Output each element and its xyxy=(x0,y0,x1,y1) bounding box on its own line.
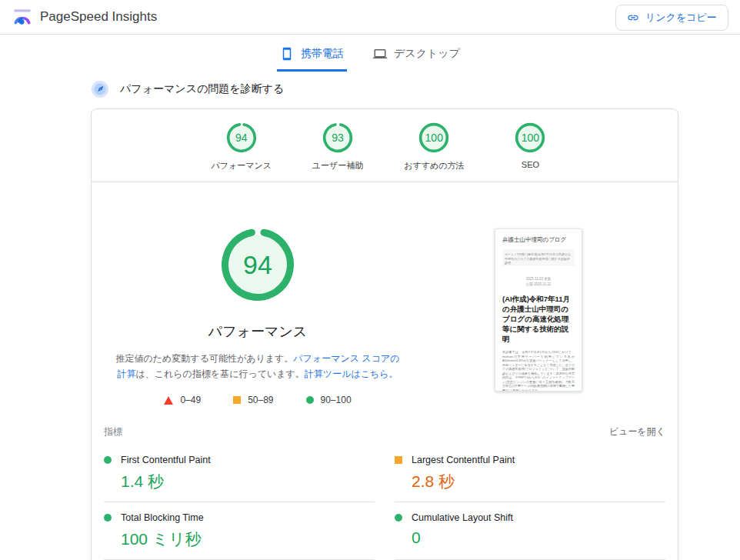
metrics-title: 指標 xyxy=(104,425,122,438)
thumb-breadcrumb: ホーム / 7日間 / (AI作成)令和7年11月の弁護士山中理司のブログの高速… xyxy=(502,249,575,266)
header-actions: リンクをコピー ドキュメント xyxy=(615,5,740,31)
score-value: 93 xyxy=(322,122,353,153)
device-tabs: 携帯電話 デスクトップ xyxy=(0,35,740,72)
score-value: 100 xyxy=(418,122,449,153)
metric-cumulative-layout-shift[interactable]: Cumulative Layout Shift 0 xyxy=(395,502,665,560)
metric-value: 2.8 秒 xyxy=(412,471,665,492)
category-score-accessibility[interactable]: 93 ユーザー補助 xyxy=(310,122,365,172)
metric-name: Total Blocking Time xyxy=(121,512,204,523)
page-screenshot-panel: 弁護士山中理司のブログ ホーム / 7日間 / (AI作成)令和7年11月の弁護… xyxy=(412,182,665,405)
performance-overview: 94 パフォーマンス 推定値のため変動する可能性があります。パフォーマンス スコ… xyxy=(92,182,678,405)
disclaimer-text: 推定値のため変動する可能性があります。 xyxy=(116,353,294,364)
diagnose-section-header: パフォーマンスの問題を診断する xyxy=(91,79,740,99)
metric-largest-contentful-paint[interactable]: Largest Contentful Paint 2.8 秒 xyxy=(395,445,665,502)
performance-gauge: 94 xyxy=(220,227,295,302)
legend-pass: 90–100 xyxy=(306,395,352,405)
score-label: おすすめの方法 xyxy=(404,160,464,172)
metric-name: Cumulative Layout Shift xyxy=(412,512,513,523)
score-label: SEO xyxy=(522,160,539,169)
score-value: 94 xyxy=(226,122,257,153)
performance-gauge-label: パフォーマンス xyxy=(208,322,308,341)
tab-mobile[interactable]: 携帯電話 xyxy=(277,41,347,72)
score-label: パフォーマンス xyxy=(212,160,272,172)
tab-desktop-label: デスクトップ xyxy=(394,47,460,61)
metric-status-icon xyxy=(104,514,112,522)
metric-status-icon xyxy=(104,456,112,464)
category-score-best-practices[interactable]: 100 おすすめの方法 xyxy=(404,122,464,172)
score-value: 100 xyxy=(515,122,545,153)
pagespeed-logo-icon xyxy=(12,7,32,27)
page-title: PageSpeed Insights xyxy=(40,9,157,25)
metric-name: First Contentful Paint xyxy=(121,455,211,465)
metrics-grid: First Contentful Paint 1.4 秒 Largest Con… xyxy=(92,445,678,560)
category-score-performance[interactable]: 94 パフォーマンス xyxy=(212,122,272,172)
thumb-body-text: 本記事では、令和7年11月1日から23日にかけて、mixhostの専用サーバーを… xyxy=(502,350,575,392)
thumb-dates: 2025.11.23 更新 公開 2025.11.22 xyxy=(502,276,575,287)
metric-name: Largest Contentful Paint xyxy=(412,455,515,465)
legend-fail: 0–49 xyxy=(164,395,201,405)
thumb-post-title: (AI作成)令和7年11月の弁護士山中理司のブログの高速化処理等に関する技術的説… xyxy=(502,294,575,344)
app-header: PageSpeed Insights リンクをコピー ドキュメント xyxy=(0,0,740,35)
link-icon xyxy=(627,12,639,24)
legend-range: 0–49 xyxy=(180,395,201,405)
legend-range: 50–89 xyxy=(248,395,273,405)
score-disclaimer: 推定値のため変動する可能性があります。パフォーマンス スコアの計算は、これらの指… xyxy=(115,351,401,382)
fail-triangle-icon xyxy=(164,396,173,405)
category-score-seo[interactable]: 100 SEO xyxy=(502,122,558,172)
calculator-link[interactable]: 計算ツールはこちら。 xyxy=(305,368,398,379)
thumb-site-title: 弁護士山中理司のブログ xyxy=(502,236,575,249)
average-square-icon xyxy=(233,396,241,404)
expand-view-button[interactable]: ビューを開く xyxy=(609,425,665,438)
metric-first-contentful-paint[interactable]: First Contentful Paint 1.4 秒 xyxy=(104,445,375,502)
tab-mobile-label: 携帯電話 xyxy=(301,47,344,61)
metric-value: 0 xyxy=(412,528,665,547)
legend-range: 90–100 xyxy=(321,395,352,405)
performance-gauge-panel: 94 パフォーマンス 推定値のため変動する可能性があります。パフォーマンス スコ… xyxy=(104,182,412,405)
score-label: ユーザー補助 xyxy=(312,160,364,172)
score-legend: 0–49 50–89 90–100 xyxy=(164,395,351,405)
copy-link-label: リンクをコピー xyxy=(645,11,717,25)
legend-average: 50–89 xyxy=(233,395,273,405)
metric-total-blocking-time[interactable]: Total Blocking Time 100 ミリ秒 xyxy=(104,502,375,560)
page-screenshot-thumbnail[interactable]: 弁護士山中理司のブログ ホーム / 7日間 / (AI作成)令和7年11月の弁護… xyxy=(495,228,582,392)
metric-value: 1.4 秒 xyxy=(121,471,375,492)
pass-circle-icon xyxy=(306,396,314,404)
insights-compass-icon xyxy=(91,80,109,98)
desktop-icon xyxy=(373,47,387,61)
report-card: 94 パフォーマンス 93 ユーザー補助 100 おすすめの方 xyxy=(91,108,678,560)
tab-desktop[interactable]: デスクトップ xyxy=(370,41,463,72)
thumb-date-updated: 2025.11.23 更新 xyxy=(502,276,575,282)
metric-status-icon xyxy=(395,514,402,522)
smartphone-icon xyxy=(280,47,294,61)
metrics-header: 指標 ビューを開く xyxy=(92,405,678,445)
disclaimer-text: は、これらの指標を基に行っています。 xyxy=(135,368,304,379)
metric-status-icon xyxy=(395,456,402,464)
performance-score-value: 94 xyxy=(220,227,295,302)
metric-value: 100 ミリ秒 xyxy=(121,528,375,550)
thumb-date-published: 公開 2025.11.22 xyxy=(502,282,575,287)
diagnose-label: パフォーマンスの問題を診断する xyxy=(120,82,284,96)
copy-link-button[interactable]: リンクをコピー xyxy=(615,5,728,31)
category-scores-row: 94 パフォーマンス 93 ユーザー補助 100 おすすめの方 xyxy=(92,109,678,182)
